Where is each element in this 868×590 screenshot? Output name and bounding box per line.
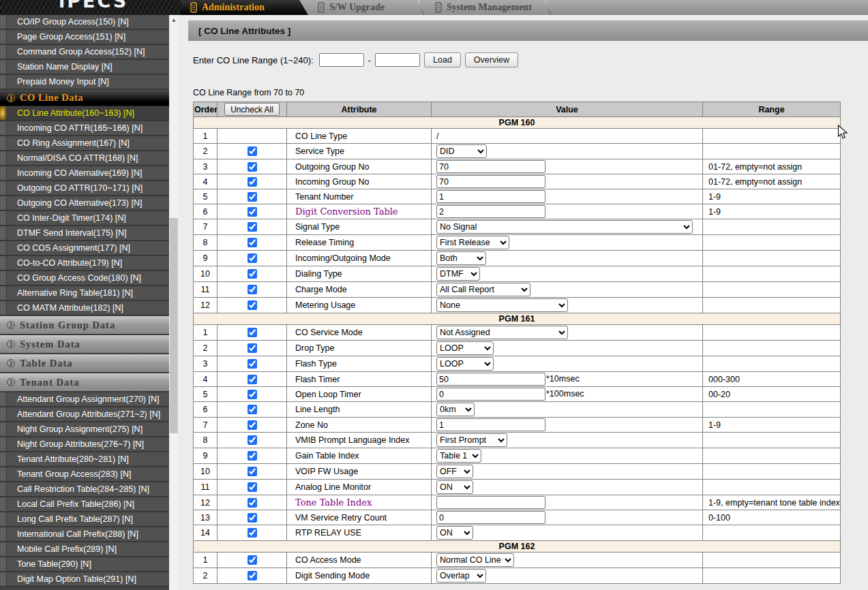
sidebar-item-co-to-co-attribute-179-n[interactable]: CO-to-CO Attribute(179) [N] bbox=[0, 256, 169, 271]
sidebar-section-station-group-data[interactable]: ❯Station Group Data bbox=[0, 316, 169, 335]
sidebar-item-attendant-group-attributes-271-2-n[interactable]: Attendant Group Attributes(271~2) [N] bbox=[0, 407, 169, 422]
row-checkbox[interactable] bbox=[248, 269, 257, 279]
sidebar-item-long-call-prefix-table-287-n[interactable]: Long Call Prefix Table(287) [N] bbox=[0, 512, 169, 527]
sidebar-item-tenant-attribute-280-281-n[interactable]: Tenant Attribute(280~281) [N] bbox=[0, 452, 169, 467]
sidebar-section-tenant-data[interactable]: ❯Tenant Data bbox=[0, 373, 169, 392]
value-select-incoming-outgoing-mode[interactable]: Both bbox=[436, 251, 486, 265]
sidebar-item-co-line-attribute-160-163-n[interactable]: CO Line Attribute(160~163) [N] bbox=[0, 106, 169, 121]
sidebar-item-incoming-co-alternative-169-n[interactable]: Incoming CO Alternative(169) [N] bbox=[0, 166, 169, 181]
sidebar-scrollbar[interactable]: ▲ bbox=[169, 15, 179, 590]
sidebar-item-co-ring-assignment-167-n[interactable]: CO Ring Assignment(167) [N] bbox=[0, 136, 169, 151]
value-select-analog-line-monitor[interactable]: ON bbox=[436, 480, 473, 494]
row-checkbox[interactable] bbox=[248, 162, 257, 172]
sidebar-item-prepaid-money-input-n[interactable]: Prepaid Money Input [N] bbox=[0, 75, 169, 90]
value-input-zone-no[interactable] bbox=[436, 418, 545, 431]
sidebar-item-alternative-ring-table-181-n[interactable]: Alternative Ring Table(181) [N] bbox=[0, 286, 169, 301]
sidebar-section-system-data[interactable]: ❯System Data bbox=[0, 335, 169, 354]
overview-button[interactable]: Overview bbox=[465, 52, 518, 67]
row-checkbox[interactable] bbox=[248, 555, 257, 565]
row-checkbox[interactable] bbox=[248, 343, 257, 353]
sidebar-item-call-restriction-table-284-285-n[interactable]: Call Restriction Table(284~285) [N] bbox=[0, 482, 169, 497]
value-select-vmib-prompt-language-index[interactable]: First Prompt bbox=[436, 433, 507, 447]
value-select-line-length[interactable]: 0km bbox=[436, 403, 475, 416]
uncheck-all-button[interactable]: Uncheck All bbox=[224, 103, 280, 116]
sidebar-item-co-group-access-code-180-n[interactable]: CO Group Access Code(180) [N] bbox=[0, 271, 169, 286]
value-input-open-loop-timer[interactable] bbox=[436, 388, 545, 401]
value-select-signal-type[interactable]: No Signal bbox=[436, 220, 693, 234]
tab-system-management[interactable]: System Management bbox=[425, 0, 552, 15]
value-input-flash-timer[interactable] bbox=[436, 373, 545, 386]
row-checkbox[interactable] bbox=[248, 146, 257, 156]
sidebar-item-co-ip-group-access-150-n[interactable]: CO/IP Group Access(150) [N] bbox=[0, 15, 169, 30]
sidebar-item-night-group-attributes-276-7-n[interactable]: Night Group Attributes(276~7) [N] bbox=[0, 437, 169, 452]
sidebar-item-co-cos-assignment-177-n[interactable]: CO COS Assignment(177) [N] bbox=[0, 241, 169, 256]
row-checkbox[interactable] bbox=[248, 405, 257, 414]
sidebar-item-station-name-display-n[interactable]: Station Name Display [N] bbox=[0, 60, 169, 75]
sidebar-item-attendant-group-assignment-270-n[interactable]: Attendant Group Assignment(270) [N] bbox=[0, 392, 169, 407]
row-checkbox[interactable] bbox=[248, 328, 257, 337]
row-checkbox[interactable] bbox=[248, 467, 257, 476]
sidebar-item-incoming-co-attr-165-166-n[interactable]: Incoming CO ATTR(165~166) [N] bbox=[0, 121, 169, 136]
row-checkbox[interactable] bbox=[248, 192, 257, 202]
value-select-digit-sending-mode[interactable]: Overlap bbox=[436, 569, 486, 583]
row-checkbox[interactable] bbox=[248, 222, 257, 232]
sidebar-item-command-group-access-152-n[interactable]: Command Group Access(152) [N] bbox=[0, 45, 169, 60]
tab-administration[interactable]: Administration bbox=[181, 0, 308, 15]
value-input-vm-service-retry-count[interactable] bbox=[436, 511, 545, 524]
row-checkbox[interactable] bbox=[248, 420, 257, 430]
row-checkbox[interactable] bbox=[248, 359, 257, 369]
sidebar-item-page-group-access-151-n[interactable]: Page Group Access(151) [N] bbox=[0, 30, 169, 45]
sidebar-scrollbar-thumb[interactable] bbox=[170, 218, 178, 433]
row-checkbox[interactable] bbox=[248, 435, 257, 445]
sidebar-item-normal-disa-co-attr-168-n[interactable]: Normal/DISA CO ATTR(168) [N] bbox=[0, 151, 169, 166]
row-checkbox[interactable] bbox=[248, 528, 257, 538]
sidebar-section-table-data[interactable]: ❯Table Data bbox=[0, 354, 169, 373]
row-checkbox[interactable] bbox=[248, 390, 257, 399]
row-checkbox[interactable] bbox=[248, 238, 257, 247]
row-checkbox[interactable] bbox=[248, 451, 257, 461]
value-select-release-timing[interactable]: First Release bbox=[436, 236, 509, 249]
sidebar-item-co-matm-attribute-182-n[interactable]: CO MATM Attribute(182) [N] bbox=[0, 301, 169, 316]
value-select-co-access-mode[interactable]: Normal CO Line bbox=[436, 553, 514, 567]
sidebar-section-co-line-data[interactable]: ❯CO Line Data bbox=[0, 90, 169, 106]
value-select-charge-mode[interactable]: All Call Report bbox=[436, 283, 530, 296]
attribute-link-tone-table-index[interactable]: Tone Table Index bbox=[295, 497, 372, 508]
value-input-digit-conversion-table[interactable] bbox=[436, 205, 545, 218]
sidebar-item-co-inter-digit-timer-174-n[interactable]: CO Inter-Digit Timer(174) [N] bbox=[0, 211, 169, 226]
load-button[interactable]: Load bbox=[424, 52, 461, 67]
row-checkbox[interactable] bbox=[248, 571, 257, 580]
row-checkbox[interactable] bbox=[248, 498, 257, 508]
row-checkbox[interactable] bbox=[248, 207, 257, 217]
sidebar-item-tenant-group-access-283-n[interactable]: Tenant Group Access(283) [N] bbox=[0, 467, 169, 482]
scroll-up-arrow-icon[interactable]: ▲ bbox=[169, 15, 179, 25]
attribute-link-digit-conversion-table[interactable]: Digit Conversion Table bbox=[295, 206, 398, 217]
sidebar-item-digit-map-option-table-291-n[interactable]: Digit Map Option Table(291) [N] bbox=[0, 572, 169, 587]
value-input-incoming-group-no[interactable] bbox=[436, 175, 545, 188]
row-checkbox[interactable] bbox=[248, 300, 257, 310]
value-select-metering-usage[interactable]: None bbox=[436, 298, 568, 312]
value-input-tone-table-index[interactable] bbox=[436, 496, 545, 509]
range-from-input[interactable] bbox=[319, 53, 364, 67]
value-select-rtp-relay-use[interactable]: ON bbox=[436, 526, 473, 540]
value-select-voip-fw-usage[interactable]: OFF bbox=[436, 465, 473, 478]
sidebar-item-outgoing-co-alternative-173-n[interactable]: Outgoing CO Alternative(173) [N] bbox=[0, 196, 169, 211]
row-checkbox[interactable] bbox=[248, 513, 257, 523]
sidebar-item-outgoing-co-attr-170-171-n[interactable]: Outgoing CO ATTR(170~171) [N] bbox=[0, 181, 169, 196]
value-select-flash-type[interactable]: LOOP bbox=[436, 357, 494, 371]
row-checkbox[interactable] bbox=[248, 375, 257, 384]
range-to-input[interactable] bbox=[375, 53, 420, 67]
row-checkbox[interactable] bbox=[248, 285, 257, 294]
sidebar-item-night-group-assignment-275-n[interactable]: Night Group Assignment(275) [N] bbox=[0, 422, 169, 437]
sidebar-item-dtmf-send-interval-175-n[interactable]: DTMF Send Interval(175) [N] bbox=[0, 226, 169, 241]
row-checkbox[interactable] bbox=[248, 482, 257, 492]
value-input-outgoing-group-no[interactable] bbox=[436, 160, 545, 173]
sidebar-item-local-call-prefix-table-286-n[interactable]: Local Call Prefix Table(286) [N] bbox=[0, 497, 169, 512]
sidebar-item-tone-table-290-n[interactable]: Tone Table(290) [N] bbox=[0, 557, 169, 572]
value-select-dialing-type[interactable]: DTMF bbox=[436, 267, 480, 281]
value-select-service-type[interactable]: DID bbox=[436, 144, 487, 158]
sidebar-item-mobile-call-prefix-289-n[interactable]: Mobile Call Prefix(289) [N] bbox=[0, 542, 169, 557]
tab-sw-upgrade[interactable]: S/W Upgrade bbox=[308, 0, 425, 15]
value-select-co-service-mode[interactable]: Not Assigned bbox=[436, 326, 568, 339]
row-checkbox[interactable] bbox=[248, 253, 257, 263]
value-input-tenant-number[interactable] bbox=[436, 190, 545, 203]
